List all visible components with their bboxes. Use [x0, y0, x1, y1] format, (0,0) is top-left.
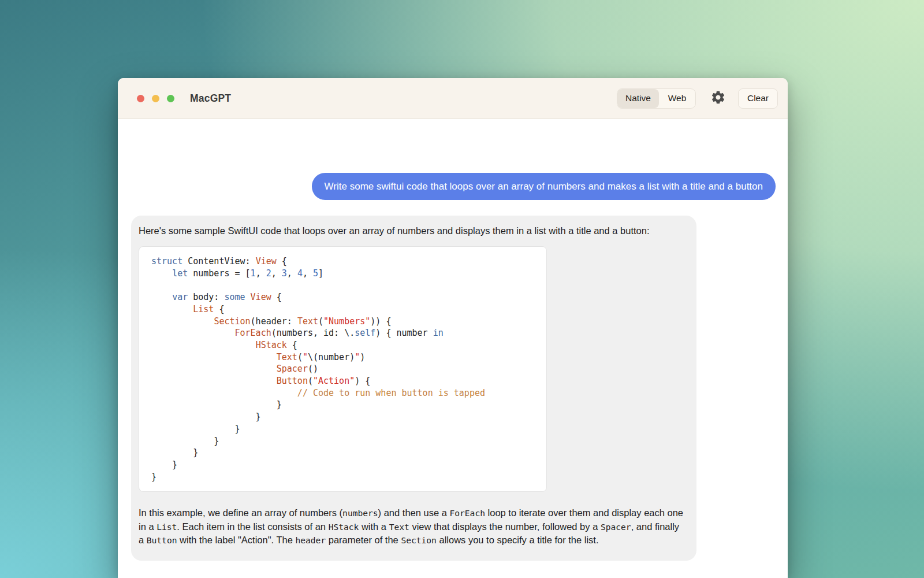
code-line: struct ContentView: View { — [151, 255, 541, 268]
inline-code: Spacer — [601, 522, 631, 532]
titlebar-controls: NativeWeb Clear — [617, 88, 778, 109]
segment-web[interactable]: Web — [659, 89, 695, 108]
code-line: List { — [151, 303, 541, 316]
chat-area: Write some swiftui code that loops over … — [118, 119, 788, 578]
code-line: Section(header: Text("Numbers")) { — [151, 316, 541, 328]
inline-code: List — [157, 522, 177, 532]
clear-button[interactable]: Clear — [738, 88, 778, 109]
minimize-window-button[interactable] — [152, 95, 159, 102]
code-line: } — [151, 447, 541, 459]
titlebar: MacGPT NativeWeb Clear — [118, 78, 788, 119]
macgpt-window: MacGPT NativeWeb Clear Write some swiftu… — [118, 78, 788, 578]
settings-button[interactable] — [710, 90, 726, 108]
code-line: } — [151, 435, 541, 447]
inline-code: Button — [147, 535, 177, 545]
inline-code: HStack — [329, 522, 359, 532]
explanation-text: In this example, we define an array of n… — [139, 506, 689, 547]
gear-icon — [710, 90, 726, 108]
zoom-window-button[interactable] — [167, 95, 174, 102]
swift-code-block[interactable]: struct ContentView: View { let numbers =… — [139, 246, 547, 492]
code-line: } — [151, 459, 541, 471]
code-line: Spacer() — [151, 363, 541, 375]
code-line: Text("\(number)") — [151, 351, 541, 364]
code-line: HStack { — [151, 339, 541, 351]
inline-code: Text — [389, 522, 409, 532]
code-line: // Code to run when button is tapped — [151, 387, 541, 399]
code-line: var body: some View { — [151, 291, 541, 303]
code-line: ForEach(numbers, id: \.self) { number in — [151, 327, 541, 339]
inline-code: ForEach — [449, 508, 485, 518]
inline-code: numbers — [342, 508, 378, 518]
code-line: Button("Action") { — [151, 375, 541, 387]
mode-segmented-control: NativeWeb — [617, 88, 696, 109]
window-title: MacGPT — [190, 92, 231, 105]
traffic-lights — [137, 95, 174, 102]
assistant-intro-text: Here's some sample SwiftUI code that loo… — [139, 225, 689, 236]
segment-native[interactable]: Native — [617, 89, 659, 108]
code-line: } — [151, 411, 541, 423]
code-line: } — [151, 471, 541, 483]
code-line: } — [151, 399, 541, 411]
inline-code: header — [295, 535, 326, 545]
assistant-message-bubble: Here's some sample SwiftUI code that loo… — [131, 216, 696, 561]
code-line: let numbers = [1, 2, 3, 4, 5] — [151, 268, 541, 280]
user-message-row: Write some swiftui code that loops over … — [131, 173, 776, 200]
user-message-bubble: Write some swiftui code that loops over … — [312, 173, 776, 200]
inline-code: Section — [401, 535, 437, 545]
close-window-button[interactable] — [137, 95, 144, 102]
code-line: } — [151, 423, 541, 435]
code-line — [151, 279, 541, 291]
